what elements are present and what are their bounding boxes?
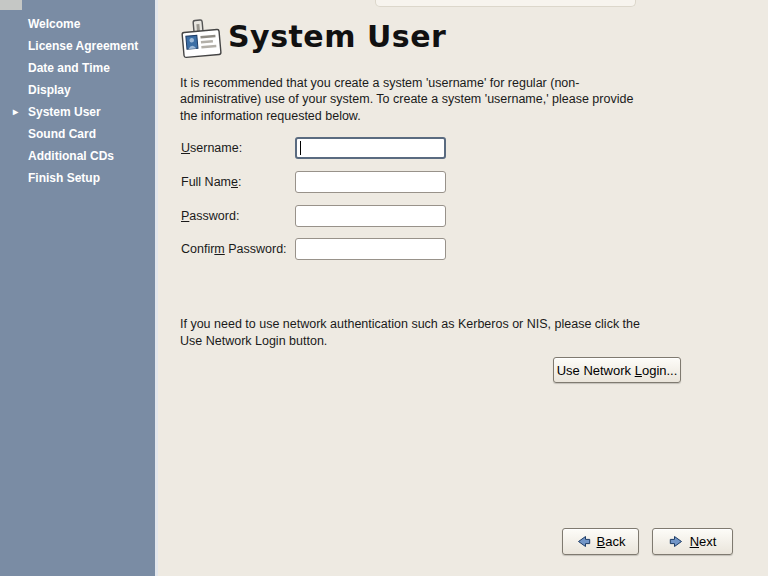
- steps-list: Welcome License Agreement Date and Time …: [0, 13, 155, 189]
- full-name-input[interactable]: [295, 171, 446, 193]
- step-label: Date and Time: [28, 61, 110, 75]
- sidebar-item-system-user: ▸ System User: [0, 101, 155, 123]
- intro-line: It is recommended that you create a syst…: [180, 75, 633, 91]
- network-auth-text: If you need to use network authenticatio…: [180, 316, 640, 350]
- use-network-login-label: Use Network Login...: [557, 363, 678, 378]
- id-badge-icon: [177, 15, 225, 63]
- text-caret: [300, 141, 301, 155]
- next-button[interactable]: Next: [652, 528, 733, 555]
- intro-line: administrative) use of your system. To c…: [180, 91, 633, 107]
- next-label: Next: [690, 534, 717, 549]
- window-corner-artifact: [0, 0, 22, 10]
- back-arrow-icon: [576, 535, 591, 548]
- confirm-password-label: Confirm Password:: [181, 238, 287, 261]
- full-name-label: Full Name:: [181, 171, 241, 194]
- username-row: Username:: [180, 137, 600, 160]
- password-label: Password:: [181, 205, 239, 228]
- sidebar-item-license-agreement: License Agreement: [0, 35, 155, 57]
- back-label: Back: [597, 534, 626, 549]
- background-window-edge: [375, 0, 636, 7]
- sidebar-item-date-and-time: Date and Time: [0, 57, 155, 79]
- use-network-login-button[interactable]: Use Network Login...: [553, 357, 681, 383]
- steps-sidebar: Welcome License Agreement Date and Time …: [0, 0, 155, 576]
- confirm-password-row: Confirm Password:: [180, 238, 600, 261]
- next-arrow-icon: [669, 535, 684, 548]
- username-label: Username:: [181, 137, 242, 160]
- step-label: Display: [28, 83, 71, 97]
- sidebar-divider: [155, 0, 158, 576]
- current-step-arrow-icon: ▸: [13, 101, 18, 123]
- password-input[interactable]: [295, 205, 446, 227]
- full-name-row: Full Name:: [180, 171, 600, 194]
- network-auth-line: Use Network Login button.: [180, 333, 640, 350]
- sidebar-item-sound-card: Sound Card: [0, 123, 155, 145]
- step-label: Sound Card: [28, 127, 96, 141]
- network-auth-line: If you need to use network authenticatio…: [180, 316, 640, 333]
- step-label: Welcome: [28, 17, 80, 31]
- step-label: License Agreement: [28, 39, 138, 53]
- intro-text: It is recommended that you create a syst…: [180, 75, 633, 124]
- confirm-password-input[interactable]: [295, 238, 446, 260]
- step-label: Additional CDs: [28, 149, 114, 163]
- password-row: Password:: [180, 205, 600, 228]
- setup-agent-window: Welcome License Agreement Date and Time …: [0, 0, 768, 576]
- sidebar-item-welcome: Welcome: [0, 13, 155, 35]
- step-label: Finish Setup: [28, 171, 100, 185]
- sidebar-item-additional-cds: Additional CDs: [0, 145, 155, 167]
- page-title: System User: [228, 19, 446, 54]
- back-button[interactable]: Back: [562, 528, 639, 555]
- intro-line: the information requested below.: [180, 108, 633, 124]
- sidebar-item-display: Display: [0, 79, 155, 101]
- username-input[interactable]: [295, 137, 446, 159]
- step-label: System User: [28, 105, 101, 119]
- sidebar-item-finish-setup: Finish Setup: [0, 167, 155, 189]
